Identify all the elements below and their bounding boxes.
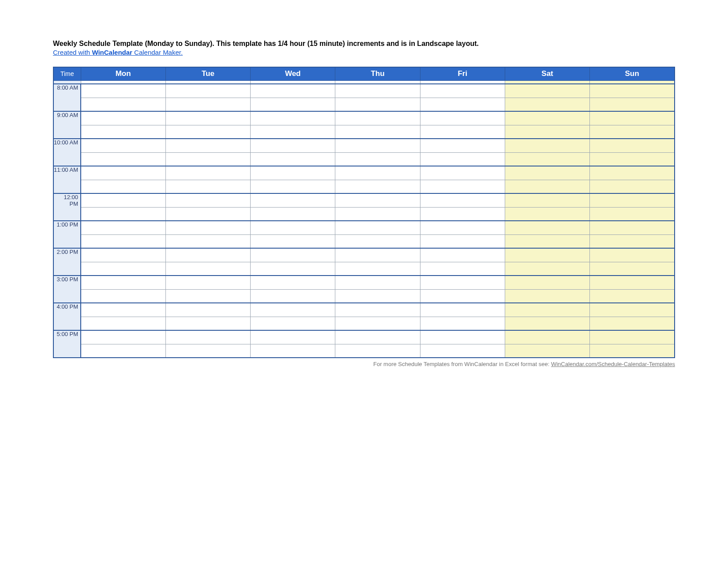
table-row: 4:00 PM [53,303,675,317]
cell [590,344,675,358]
cell [505,248,589,262]
col-wed: Wed [251,67,335,80]
cell [251,303,335,317]
cell [81,207,165,221]
cell [590,234,675,248]
cell [420,317,505,330]
cell [251,344,335,358]
cell [251,262,335,276]
table-row: 3:00 PM [53,276,675,289]
cell [420,152,505,166]
table-row: 10:00 AM [53,139,675,152]
cell [251,248,335,262]
cell [420,221,505,234]
cell [165,125,250,139]
cell [165,330,250,344]
cell [251,193,335,207]
cell [505,207,589,221]
cell [505,125,589,139]
time-label: 3:00 PM [53,276,81,303]
cell [505,111,589,125]
cell [335,330,420,344]
col-fri: Fri [420,67,505,80]
cell [335,111,420,125]
cell [165,303,250,317]
cell [81,344,165,358]
cell [590,317,675,330]
cell [590,180,675,193]
cell [335,152,420,166]
cell [251,330,335,344]
table-row: 12:00 PM [53,193,675,207]
cell [505,276,589,289]
table-row [53,344,675,358]
cell [165,98,250,111]
cell [81,193,165,207]
cell [420,193,505,207]
cell [590,276,675,289]
col-mon: Mon [81,67,165,80]
schedule-table: Time Mon Tue Wed Thu Fri Sat Sun 8:00 AM… [53,67,675,358]
cell [420,111,505,125]
cell [335,262,420,276]
cell [420,98,505,111]
cell [420,207,505,221]
cell [505,221,589,234]
cell [335,207,420,221]
cell [165,289,250,303]
table-row: 1:00 PM [53,221,675,234]
time-label: 4:00 PM [53,303,81,330]
cell [505,98,589,111]
cell [420,84,505,98]
cell [165,234,250,248]
time-label: 12:00 PM [53,193,81,221]
cell [420,139,505,152]
cell [81,80,165,84]
time-label: 5:00 PM [53,330,81,358]
cell [165,84,250,98]
cell [251,80,335,84]
cell [420,262,505,276]
cell [251,152,335,166]
cell [335,344,420,358]
col-thu: Thu [335,67,420,80]
cell [165,207,250,221]
table-row [53,289,675,303]
cell [505,152,589,166]
cell [505,234,589,248]
cell [81,289,165,303]
cell [590,248,675,262]
cell [165,139,250,152]
cell [505,193,589,207]
cell [335,317,420,330]
cell [335,180,420,193]
cell [251,139,335,152]
wincalendar-link[interactable]: Created with WinCalendar Calendar Maker. [53,49,183,56]
cell [81,234,165,248]
cell [81,276,165,289]
cell [81,111,165,125]
time-label: 10:00 AM [53,139,81,166]
page-title: Weekly Schedule Template (Monday to Sund… [53,40,675,48]
cell [420,80,505,84]
time-label: 2:00 PM [53,248,81,276]
col-sat: Sat [505,67,589,80]
cell [335,125,420,139]
link-suffix: Calendar Maker. [132,49,183,56]
table-row: 9:00 AM [53,111,675,125]
cell [420,125,505,139]
cell [251,98,335,111]
cell [335,221,420,234]
cell [335,289,420,303]
col-time: Time [53,67,81,80]
cell [165,221,250,234]
cell [590,289,675,303]
cell [590,84,675,98]
cell [420,248,505,262]
cell [251,234,335,248]
cell [590,152,675,166]
cell [335,303,420,317]
footer-link[interactable]: WinCalendar.com/Schedule-Calendar-Templa… [551,361,675,367]
cell [81,98,165,111]
cell [81,152,165,166]
